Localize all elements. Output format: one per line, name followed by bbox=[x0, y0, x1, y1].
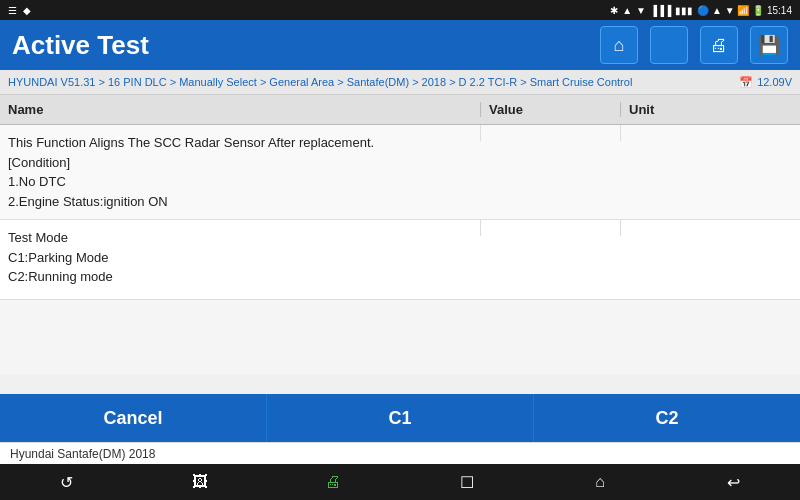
content-area: Name Value Unit This Function Aligns The… bbox=[0, 94, 800, 374]
column-name-header: Name bbox=[0, 102, 480, 117]
signal-bars: ▐▐▐ bbox=[650, 5, 671, 16]
vehicle-info-text: Hyundai Santafe(DM) 2018 bbox=[10, 447, 155, 461]
bluetooth-icon: ✱ bbox=[610, 5, 618, 16]
print-button[interactable]: 🖨 bbox=[700, 26, 738, 64]
version-badge: 12.09V bbox=[757, 76, 792, 88]
user-icon: 👤 bbox=[658, 34, 680, 56]
c1-button[interactable]: C1 bbox=[267, 394, 534, 442]
calendar-icon: 📅 bbox=[739, 76, 753, 89]
c2-button[interactable]: C2 bbox=[534, 394, 800, 442]
home-button[interactable]: ⌂ bbox=[600, 26, 638, 64]
home-nav-icon[interactable]: ⌂ bbox=[582, 473, 618, 491]
table-row: Test Mode C1:Parking Mode C2:Running mod… bbox=[0, 220, 800, 300]
gallery-nav-icon[interactable]: 🖼 bbox=[182, 473, 218, 491]
row2-name: Test Mode C1:Parking Mode C2:Running mod… bbox=[0, 220, 480, 295]
breadcrumb: HYUNDAI V51.31 > 16 PIN DLC > Manually S… bbox=[0, 70, 800, 94]
nav-bar: ↺ 🖼 🖨 ☐ ⌂ ↩ bbox=[0, 464, 800, 500]
breadcrumb-text: HYUNDAI V51.31 > 16 PIN DLC > Manually S… bbox=[8, 76, 735, 88]
refresh-nav-icon[interactable]: ↺ bbox=[49, 473, 85, 492]
cancel-button[interactable]: Cancel bbox=[0, 394, 267, 442]
table-header: Name Value Unit bbox=[0, 95, 800, 125]
page-title: Active Test bbox=[12, 30, 588, 61]
user-button[interactable]: 👤 bbox=[650, 26, 688, 64]
status-bar: ☰ ◆ ✱ ▲ ▼ ▐▐▐ ▮▮▮ 🔵 ▲ ▼ 📶 🔋 15:14 bbox=[0, 0, 800, 20]
menu-icon: ☰ bbox=[8, 5, 17, 16]
row1-name: This Function Aligns The SCC Radar Senso… bbox=[0, 125, 480, 219]
wifi-icon: ▼ bbox=[636, 5, 646, 16]
data-table: Name Value Unit This Function Aligns The… bbox=[0, 94, 800, 300]
back-nav-icon[interactable]: ↩ bbox=[715, 473, 751, 492]
header: Active Test ⌂ 👤 🖨 💾 bbox=[0, 20, 800, 70]
bottom-area: Cancel C1 C2 Hyundai Santafe(DM) 2018 bbox=[0, 394, 800, 464]
print-icon: 🖨 bbox=[710, 35, 728, 56]
action-buttons-bar: Cancel C1 C2 bbox=[0, 394, 800, 442]
row2-unit bbox=[620, 220, 800, 236]
clock: 🔵 ▲ ▼ 📶 🔋 15:14 bbox=[697, 5, 792, 16]
square-nav-icon[interactable]: ☐ bbox=[449, 473, 485, 492]
column-unit-header: Unit bbox=[620, 102, 800, 117]
signal-icon: ▲ bbox=[622, 5, 632, 16]
home-icon: ⌂ bbox=[614, 35, 625, 56]
table-row: This Function Aligns The SCC Radar Senso… bbox=[0, 125, 800, 220]
battery-icon: ▮▮▮ bbox=[675, 5, 693, 16]
row2-value bbox=[480, 220, 620, 236]
save-button[interactable]: 💾 bbox=[750, 26, 788, 64]
column-value-header: Value bbox=[480, 102, 620, 117]
print-nav-icon[interactable]: 🖨 bbox=[315, 473, 351, 491]
save-icon: 💾 bbox=[758, 34, 780, 56]
row1-unit bbox=[620, 125, 800, 141]
footer-info: Hyundai Santafe(DM) 2018 bbox=[0, 442, 800, 464]
row1-value bbox=[480, 125, 620, 141]
brand-icon: ◆ bbox=[23, 5, 31, 16]
